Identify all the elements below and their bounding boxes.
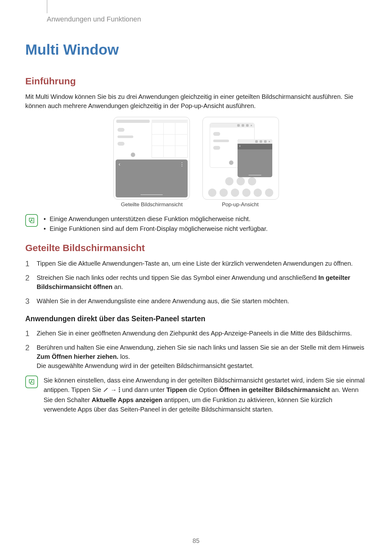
- note-bullet-list: • Einige Anwendungen unterstützen diese …: [44, 214, 367, 234]
- note-bullet: • Einige Anwendungen unterstützen diese …: [44, 214, 367, 224]
- figure-row: ‹ ⋮ × × ‹: [25, 117, 367, 200]
- list-pill: [118, 142, 124, 146]
- svg-point-0: [119, 387, 120, 388]
- step-text: Ziehen Sie in einer geöffneten Anwendung…: [37, 330, 352, 337]
- note-bullet-text: Einige Funktionen sind auf dem Front-Dis…: [50, 224, 268, 234]
- step: Ziehen Sie in einer geöffneten Anwendung…: [25, 329, 367, 338]
- svg-point-2: [119, 391, 120, 392]
- window-titlebar: ×: [238, 139, 272, 144]
- step: Berühren und halten Sie eine Anwendung, …: [25, 343, 367, 370]
- caption-split: Geteilte Bildschirmansicht: [114, 202, 190, 208]
- note-block: • Einige Anwendungen unterstützen diese …: [25, 214, 367, 234]
- note-bold: Aktuelle Apps anzeigen: [92, 396, 162, 403]
- dock-row-2: [203, 189, 279, 197]
- note-bold: Öffnen in geteilter Bildschirmansicht: [219, 386, 330, 393]
- dock-row-1: [203, 177, 279, 185]
- page-title: Multi Window: [25, 41, 367, 58]
- intro-paragraph: Mit Multi Window können Sie bis zu drei …: [25, 92, 367, 111]
- step-bold: Zum Öffnen hierher ziehen.: [37, 353, 118, 360]
- pane-header: [116, 120, 150, 123]
- note-bullet: • Einige Funktionen sind auf dem Front-D…: [44, 224, 367, 234]
- figure-popup-view: × × ‹: [202, 117, 279, 200]
- step-text: Berühren und halten Sie eine Anwendung, …: [37, 344, 364, 351]
- back-icon: ‹: [119, 161, 120, 167]
- more-icon: ⋮: [179, 161, 184, 167]
- step-text: los.: [118, 353, 130, 360]
- section-heading-intro: Einführung: [25, 76, 367, 87]
- window-titlebar: ×: [210, 123, 254, 128]
- step-text: Die ausgewählte Anwendung wird in der ge…: [37, 362, 254, 369]
- popup-app-window: × ‹: [238, 139, 272, 177]
- note-paragraph: Sie können einstellen, dass eine Anwendu…: [44, 376, 367, 414]
- caption-popup: Pop-up-Ansicht: [202, 202, 278, 208]
- figure-captions: Geteilte Bildschirmansicht Pop-up-Ansich…: [25, 202, 367, 208]
- home-indicator: [141, 195, 163, 195]
- grid-header: [152, 120, 187, 123]
- more-icon: [118, 386, 120, 395]
- arrow-text: →: [110, 386, 117, 393]
- split-steps: Tippen Sie die Aktuelle Anwendungen-Tast…: [25, 259, 367, 306]
- note-text: und dann unter: [122, 386, 166, 393]
- note-icon: [25, 214, 38, 227]
- note-bullet-text: Einige Anwendungen unterstützen diese Fu…: [50, 214, 250, 224]
- note-text: die Option: [187, 386, 219, 393]
- list-pill: [118, 135, 133, 138]
- list-pill: [118, 128, 124, 132]
- step-text: Tippen Sie die Aktuelle Anwendungen-Tast…: [37, 260, 353, 267]
- step: Tippen Sie die Aktuelle Anwendungen-Tast…: [25, 259, 367, 268]
- note-block: Sie können einstellen, dass eine Anwendu…: [25, 376, 367, 414]
- edit-icon: [103, 386, 109, 395]
- figure-split-view: ‹ ⋮: [113, 117, 190, 200]
- svg-point-1: [119, 389, 120, 390]
- step-text: Wählen Sie in der Anwendungsliste eine a…: [37, 298, 289, 304]
- top-left-rule: [47, 0, 47, 13]
- page: Anwendungen und Funktionen Multi Window …: [0, 0, 392, 554]
- page-number: 85: [0, 537, 392, 545]
- note-icon: [25, 376, 38, 388]
- subheading-edge: Anwendungen direkt über das Seiten-Panee…: [25, 315, 367, 323]
- step: Wählen Sie in der Anwendungsliste eine a…: [25, 297, 367, 306]
- note-bold: Tippen: [166, 386, 187, 393]
- step-text: an.: [112, 283, 123, 290]
- section-heading-split: Geteilte Bildschirmansicht: [25, 243, 367, 253]
- step: Streichen Sie nach links oder rechts und…: [25, 273, 367, 292]
- step-text: Streichen Sie nach links oder rechts und…: [37, 274, 318, 281]
- dot: [131, 153, 135, 157]
- edge-steps: Ziehen Sie in einer geöffneten Anwendung…: [25, 329, 367, 370]
- bottom-split-pane: ‹ ⋮: [116, 160, 188, 197]
- breadcrumb: Anwendungen und Funktionen: [47, 15, 367, 23]
